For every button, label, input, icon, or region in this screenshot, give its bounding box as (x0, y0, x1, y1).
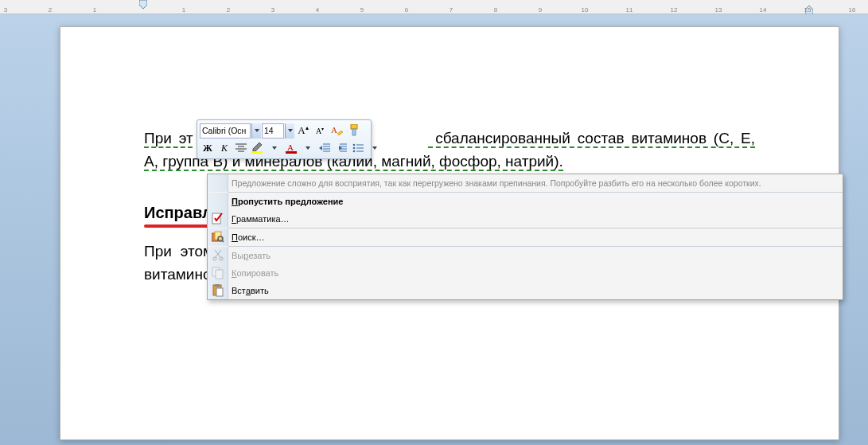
font-color-arrow[interactable] (300, 140, 316, 156)
svg-rect-33 (212, 213, 220, 224)
highlight-arrow[interactable] (267, 140, 282, 156)
increase-indent-button[interactable] (333, 140, 349, 156)
font-name-arrow[interactable] (251, 123, 261, 139)
ruler-tick: 8 (494, 6, 497, 14)
paste-icon (208, 282, 228, 299)
svg-point-38 (213, 257, 216, 260)
decrease-indent-button[interactable] (317, 140, 333, 156)
bold-button[interactable]: Ж (200, 140, 216, 156)
svg-rect-43 (216, 270, 223, 279)
svg-point-28 (353, 150, 356, 153)
skip-sentence-item[interactable]: Пропустить предложение (208, 193, 843, 210)
font-color-button[interactable]: A (283, 140, 299, 156)
ruler-tick: 2 (227, 6, 230, 14)
font-size-combo[interactable]: 14 (262, 123, 284, 139)
scissors-icon (208, 247, 228, 264)
svg-rect-45 (215, 284, 220, 287)
ruler-tick: 3 (4, 6, 7, 14)
format-painter-button[interactable] (347, 123, 363, 139)
ruler-tick: 2 (49, 6, 52, 14)
font-size-arrow[interactable] (285, 123, 294, 139)
svg-text:A: A (331, 125, 337, 135)
ruler-tick: 1 (93, 6, 96, 14)
grammar-icon (208, 210, 228, 228)
ruler-tick: 15 (804, 6, 812, 14)
svg-line-40 (216, 250, 221, 257)
copy-item: Копировать (208, 264, 843, 282)
ruler-tick: 7 (450, 6, 453, 14)
svg-rect-6 (352, 129, 356, 135)
grammar-underline[interactable]: При эт (144, 130, 193, 148)
copy-icon (208, 264, 228, 282)
ruler-tick: 16 (849, 6, 856, 14)
paste-item[interactable]: Вставить (208, 282, 843, 299)
context-menu: Предложение сложно для восприятия, так к… (207, 174, 843, 300)
svg-point-26 (353, 144, 356, 146)
svg-text:A: A (287, 142, 294, 152)
svg-point-27 (353, 147, 356, 150)
menu-gutter (208, 174, 228, 192)
italic-button[interactable]: К (216, 140, 232, 156)
ruler-tick: 12 (671, 6, 678, 14)
menu-gutter (208, 193, 228, 210)
ruler-tick: 1 (182, 6, 185, 14)
svg-marker-3 (288, 129, 293, 132)
align-center-button[interactable] (233, 140, 249, 156)
ruler-tick: 5 (360, 6, 364, 14)
font-name-combo[interactable]: Calibri (Осн (200, 123, 251, 139)
ruler-tick: 13 (715, 6, 722, 14)
svg-marker-15 (306, 146, 310, 150)
mini-toolbar: Calibri (Осн 14 A▴ A▾ A Ж К A (197, 119, 372, 159)
ruler-tick: 4 (316, 6, 319, 14)
styles-button[interactable]: A (329, 123, 346, 139)
horizontal-ruler[interactable]: 32112345678910111213141516 (0, 0, 868, 14)
svg-rect-11 (251, 151, 263, 154)
ruler-tick: 9 (539, 6, 542, 14)
svg-marker-12 (272, 146, 277, 150)
first-line-indent-marker[interactable] (139, 0, 147, 14)
svg-rect-46 (216, 288, 223, 296)
svg-line-41 (215, 250, 220, 257)
bullets-arrow[interactable] (367, 140, 383, 156)
highlight-button[interactable] (250, 140, 266, 156)
search-item[interactable]: Поиск… (208, 228, 843, 246)
svg-marker-32 (372, 146, 377, 150)
svg-marker-0 (139, 0, 147, 9)
cut-item: Выррезатьезать (208, 247, 843, 264)
grammar-suggestion-info: Предложение сложно для восприятия, так к… (208, 174, 843, 192)
search-icon (208, 228, 228, 246)
bullets-button[interactable] (350, 140, 366, 156)
shrink-font-button[interactable]: A▾ (312, 123, 328, 139)
svg-marker-16 (319, 146, 322, 150)
svg-point-39 (220, 257, 223, 260)
grow-font-button[interactable]: A▴ (295, 123, 311, 139)
ruler-tick: 6 (405, 6, 408, 14)
svg-line-37 (222, 240, 224, 242)
ruler-tick: 10 (582, 6, 589, 14)
grammar-item[interactable]: Грамматика… (208, 210, 843, 228)
svg-marker-2 (255, 129, 259, 132)
ruler-tick: 3 (271, 6, 274, 14)
ruler-tick: 11 (626, 6, 633, 14)
svg-rect-5 (351, 124, 357, 129)
svg-rect-14 (286, 151, 297, 154)
ruler-tick: 14 (760, 6, 767, 14)
